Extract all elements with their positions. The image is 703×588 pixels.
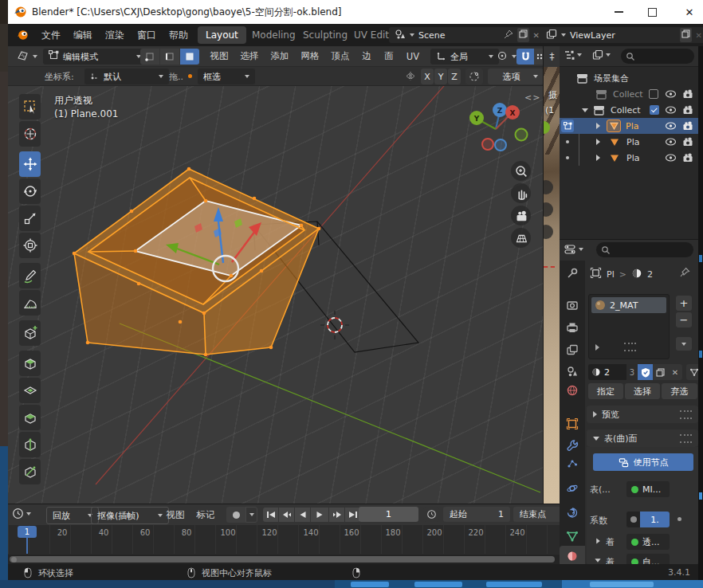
outliner-row-collection-2[interactable]: Collect [560,102,698,118]
menu-uv[interactable]: UV [400,46,426,66]
fake-user-toggle[interactable] [638,364,653,380]
add-slot-button[interactable]: + [676,296,692,311]
hide-eye-icon[interactable] [665,89,677,99]
menu-edge[interactable]: 边 [355,46,378,66]
render-visibility-icon[interactable] [682,137,693,147]
menu-face[interactable]: 面 [378,46,400,66]
menu-view[interactable]: 视图 [204,46,234,66]
shader-row2-caret[interactable] [595,559,600,563]
menu-window[interactable]: 窗口 [131,24,163,46]
hide-eye-icon[interactable] [665,121,677,131]
menu-edit[interactable]: 编辑 [67,24,99,46]
scrollbar-end-handle[interactable] [11,557,17,563]
current-frame-field[interactable]: 1 [359,507,418,522]
unlink-scene-icon[interactable]: ✕ [533,31,540,40]
ortho-toggle-button[interactable] [511,228,531,248]
timeline-scrollbar-thumb[interactable] [10,556,555,563]
surface-panel-header[interactable]: 表(曲)面 [587,429,698,447]
link-material-dropdown[interactable] [686,364,698,380]
tool-select-box[interactable] [19,94,41,120]
select-button[interactable]: 选择 [625,383,660,399]
minimize-button[interactable] [606,0,631,24]
play-reverse-button[interactable] [295,508,310,522]
tab-scene-icon[interactable] [566,365,579,381]
menu-select[interactable]: 选择 [234,46,265,66]
render-visibility-icon[interactable] [682,153,693,163]
scene-selector[interactable]: Scene ✕ [389,27,545,43]
tool-knife[interactable] [19,459,41,484]
strip-pan-button[interactable] [543,202,553,217]
tab-object-data-icon[interactable] [566,530,579,546]
playhead-marker[interactable]: 1 [18,526,37,538]
breadcrumb-material-icon[interactable] [631,267,642,282]
unlink-material-button[interactable]: ✕ [668,364,682,380]
vertex-select-button[interactable] [140,49,159,65]
menu-help[interactable]: 帮助 [163,24,194,46]
surface-shader-dropdown[interactable]: MI... [626,481,670,497]
collection-1-checkbox[interactable] [649,89,658,99]
outliner-display-mode-button[interactable] [564,49,582,61]
preview-range-toggle[interactable] [423,507,439,522]
tab-render-icon[interactable] [566,299,579,315]
outliner-filter-button[interactable] [592,49,611,61]
slot-list-expand-caret[interactable] [595,344,599,351]
breadcrumb-object-name[interactable]: Pl [607,269,615,280]
viewport-3d[interactable]: 用户透视 (1) Plane.001 <> Z X Y [8,86,543,504]
mode-selector[interactable]: 编辑模式 [43,49,147,65]
preview-panel-header[interactable]: 预览 [587,406,698,423]
camera-view-button[interactable] [511,206,531,225]
camera-strip-area[interactable]: ‡ 摄 (1 [543,46,560,504]
shader-row1-dropdown[interactable]: 透... [626,534,670,550]
play-button[interactable] [311,508,328,522]
outliner-row-scene-collection[interactable]: 场景集合 [560,70,698,86]
tool-extrude[interactable] [19,351,41,376]
new-material-button[interactable] [653,364,668,380]
tab-particles-icon[interactable] [566,457,579,472]
frame-start-field[interactable]: 起始 1 [443,507,510,522]
face-select-button[interactable] [180,49,199,65]
material-slot-row-selected[interactable]: 2_MAT [591,297,666,313]
new-scene-icon[interactable] [517,28,529,42]
proportional-edit-icon[interactable]: ‡ [550,51,555,62]
falloff-button[interactable] [465,69,483,84]
tab-material-icon[interactable] [566,550,579,564]
auto-keying-toggle[interactable] [226,507,245,523]
material-name-field[interactable]: 2 [588,364,626,380]
factor-socket[interactable] [626,512,640,527]
edge-select-button[interactable] [160,49,179,65]
tab-object-icon[interactable] [566,417,579,433]
tab-modifiers-icon[interactable] [566,439,579,455]
animate-decorator-dot[interactable] [677,517,681,521]
properties-editor-type-button[interactable] [564,243,583,256]
tool-loop-cut[interactable] [19,432,41,457]
jump-to-start-button[interactable] [263,508,278,522]
timeline-ruler[interactable]: 20 40 60 80 100 120 140 160 180 200 220 … [8,525,560,554]
render-visibility-icon[interactable] [682,89,693,99]
outliner-row-object-1-selected[interactable]: Pla [560,118,698,134]
breadcrumb-pin-icon[interactable] [679,266,690,281]
expand-caret[interactable] [596,139,600,145]
menu-render[interactable]: 渲染 [99,24,131,46]
tab-view-layer-icon[interactable] [566,343,579,359]
mirror-z-button[interactable]: Z [448,69,461,84]
expand-caret[interactable] [582,108,588,112]
assign-button[interactable]: 指定 [588,383,623,399]
deselect-button[interactable]: 弃选 [662,383,697,399]
hide-eye-icon[interactable] [665,105,677,115]
factor-slider[interactable]: 1. [640,512,670,527]
new-view-layer-icon[interactable] [680,28,692,42]
use-nodes-button[interactable]: 使用节点 [593,453,693,471]
close-button[interactable]: ✕ [676,0,703,24]
snap-toggle-button[interactable] [516,49,534,65]
tool-rotate[interactable] [19,178,41,204]
slot-list-grip[interactable] [624,343,636,351]
options-dropdown[interactable]: 选项 [488,69,544,84]
menu-add[interactable]: 添加 [265,46,295,66]
maximize-button[interactable] [639,0,665,24]
tab-physics-icon[interactable] [566,482,579,498]
menu-file[interactable]: 文件 [35,24,67,46]
tool-annotate[interactable] [19,263,41,288]
timeline-view-menu[interactable]: 视图 [161,504,190,525]
collection-2-checkbox[interactable] [650,105,659,115]
tool-add-cube[interactable] [19,320,41,346]
